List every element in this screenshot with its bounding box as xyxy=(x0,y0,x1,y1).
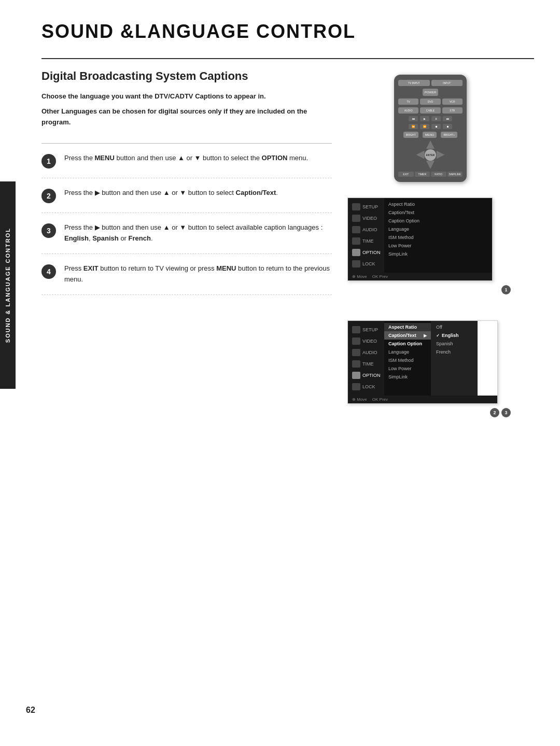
step-number-3: 3 xyxy=(41,223,56,238)
menu-item-caption-text: Caption/Text xyxy=(384,208,492,217)
menu-sidebar-audio: AUDIO xyxy=(348,224,384,235)
tv-button[interactable]: TV xyxy=(398,98,418,105)
step-text-1: Press the MENU button and then use ▲ or … xyxy=(64,153,308,164)
step-text-3: Press the ▶ button and then use ▲ or ▼ b… xyxy=(64,222,332,244)
left-column: Digital Broadcasting System Captions Cho… xyxy=(41,69,332,428)
remote-mode-row: TV DVD VCR xyxy=(398,98,463,105)
time-icon xyxy=(352,237,360,245)
skip-back-button[interactable]: ⏪ xyxy=(409,124,418,129)
menu-item-language: Language xyxy=(384,225,492,233)
submenu-french: French xyxy=(431,348,478,356)
menu-item-aspect-ratio: Aspect Ratio xyxy=(384,200,492,208)
audio-button[interactable]: AUDIO xyxy=(398,107,418,114)
intro-text-1: Choose the language you want the DTV/CAD… xyxy=(41,91,332,102)
remote-dpad: ENTER xyxy=(398,140,463,169)
str-button[interactable]: STR xyxy=(442,107,463,114)
lock-icon xyxy=(352,260,360,268)
page-number: 62 xyxy=(26,706,35,715)
submenu-english: English xyxy=(431,331,478,340)
menu-sidebar-setup: SETUP xyxy=(348,201,384,213)
dpad-left[interactable] xyxy=(416,151,425,159)
menu-box-1: SETUP VIDEO AUDIO xyxy=(347,198,493,281)
menu-box-2: SETUP VIDEO AUDIO xyxy=(347,320,498,404)
input-button[interactable]: INPUT xyxy=(431,80,463,86)
menu-button[interactable]: MENU xyxy=(423,132,437,138)
submenu-off: Off xyxy=(431,323,478,331)
simplink-button[interactable]: SIMPLINK xyxy=(447,172,463,177)
bright2-button[interactable]: BRIGHT+ xyxy=(441,132,457,138)
menu-sidebar-video: VIDEO xyxy=(348,213,384,224)
page-title: SOUND &LANGUAGE CONTROL xyxy=(41,21,534,43)
step-number-2: 2 xyxy=(41,189,56,203)
menu-sidebar-1: SETUP VIDEO AUDIO xyxy=(348,198,384,273)
time-icon-2 xyxy=(352,360,360,368)
badge-row-1: 1 xyxy=(347,285,513,294)
rew-button[interactable]: ⏮ xyxy=(409,116,418,121)
remote-container: TV INPUT INPUT POWER TV DVD VCR xyxy=(347,75,513,182)
right-column: TV INPUT INPUT POWER TV DVD VCR xyxy=(347,69,513,428)
option-icon-2 xyxy=(352,372,360,379)
step-badge-2: 2 xyxy=(490,408,499,417)
menu-item-simplink: SimpLink xyxy=(384,250,492,258)
menu-main-2: Aspect Ratio Caption/Text ▶ Caption Opti… xyxy=(384,321,431,396)
menu-item-language-2: Language xyxy=(384,348,431,356)
play-button[interactable]: ▶ xyxy=(420,116,429,121)
step-3: 3 Press the ▶ button and then use ▲ or ▼… xyxy=(41,213,332,254)
intro-text-2: Other Languages can be chosen for digita… xyxy=(41,106,332,128)
rec-button[interactable]: ⏺ xyxy=(443,124,452,129)
menu-sidebar-time: TIME xyxy=(348,235,384,247)
menu-item-ism-2: ISM Method xyxy=(384,356,431,364)
step-text-2: Press the ▶ button and then use ▲ or ▼ b… xyxy=(64,188,278,199)
dpad-down[interactable] xyxy=(426,161,435,169)
dvd-button[interactable]: DVD xyxy=(420,98,440,105)
tv-input-button[interactable]: TV INPUT xyxy=(398,80,430,86)
remote-menu-row: BRIGHT MENU BRIGHT+ xyxy=(398,132,463,138)
enter-button[interactable]: ENTER xyxy=(425,149,436,161)
menu-sidebar-option-2: OPTION xyxy=(348,370,384,381)
power-button[interactable]: POWER xyxy=(423,89,439,96)
video-icon xyxy=(352,215,360,222)
menu-sidebar-audio-2: AUDIO xyxy=(348,347,384,358)
remote-power-row: POWER xyxy=(398,89,463,96)
step-number-1: 1 xyxy=(41,154,56,168)
menu-item-ism: ISM Method xyxy=(384,233,492,242)
dpad-up[interactable] xyxy=(426,140,435,149)
remote-playback-row2: ⏪ ⏩ ⏹ ⏺ xyxy=(398,124,463,129)
menu-item-low-power-2: Low Power xyxy=(384,364,431,373)
bright-button[interactable]: BRIGHT xyxy=(403,132,418,138)
remote-control: TV INPUT INPUT POWER TV DVD VCR xyxy=(394,75,467,182)
audio-icon-2 xyxy=(352,349,360,356)
menu-sidebar-option: OPTION xyxy=(348,247,384,258)
cable-button[interactable]: CABLE xyxy=(420,107,440,114)
fwd-button[interactable]: ⏭ xyxy=(443,116,452,121)
stop-button[interactable]: ⏹ xyxy=(431,124,441,129)
step-number-4: 4 xyxy=(41,264,56,279)
timer-button[interactable]: TIMER xyxy=(415,172,430,177)
menu-sidebar-lock-2: LOCK xyxy=(348,381,384,392)
menu-sidebar-time-2: TIME xyxy=(348,358,384,370)
step-text-4: Press EXIT button to return to TV viewin… xyxy=(64,263,332,285)
top-divider xyxy=(41,58,534,59)
vcr-button[interactable]: VCR xyxy=(442,98,463,105)
menu-submenu: Off English Spanish French xyxy=(431,321,478,396)
remote-top-row: TV INPUT INPUT xyxy=(398,80,463,86)
menu-main-1: Aspect Ratio Caption/Text Caption Option… xyxy=(384,198,492,273)
remote-source-row: AUDIO CABLE STR xyxy=(398,107,463,114)
dpad-right[interactable] xyxy=(437,151,445,159)
step-badge-1: 1 xyxy=(501,285,511,294)
audio-icon xyxy=(352,226,360,233)
section-heading: Digital Broadcasting System Captions xyxy=(41,69,332,83)
menu-screenshot-2: SETUP VIDEO AUDIO xyxy=(347,320,513,417)
menu-item-aspect-ratio-2: Aspect Ratio xyxy=(384,323,431,331)
ratio-button[interactable]: RATIO xyxy=(431,172,446,177)
exit-button[interactable]: EXIT xyxy=(398,172,414,177)
menu-item-caption-option-2: Caption Option xyxy=(384,340,431,348)
step-1: 1 Press the MENU button and then use ▲ o… xyxy=(41,144,332,178)
pause-button[interactable]: ⏸ xyxy=(431,116,441,121)
menu-footer-2: ⊕ Move OK Prev xyxy=(348,396,497,403)
skip-fwd-button[interactable]: ⏩ xyxy=(420,124,429,129)
step-4: 4 Press EXIT button to return to TV view… xyxy=(41,254,332,295)
lock-icon-2 xyxy=(352,383,360,390)
setup-icon-2 xyxy=(352,326,360,333)
menu-sidebar-setup-2: SETUP xyxy=(348,324,384,335)
